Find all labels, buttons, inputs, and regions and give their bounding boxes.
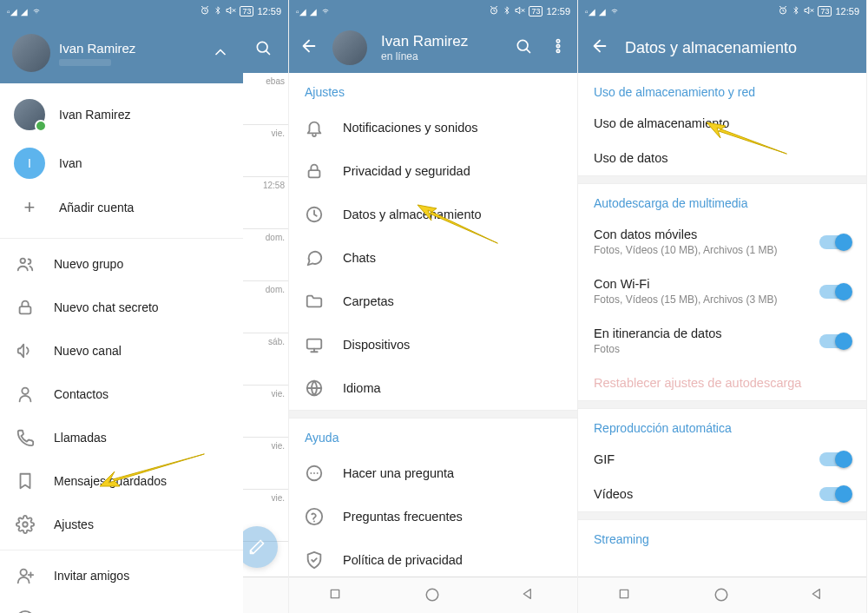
status-bar: ▫◢◢ 7312:59 bbox=[578, 0, 866, 23]
back-icon[interactable] bbox=[590, 36, 609, 59]
menu-label: Nuevo chat secreto bbox=[54, 300, 159, 314]
profile-phone-blurred bbox=[59, 59, 111, 66]
screen-settings: ▫◢◢ 7312:59 Ivan Ramirez en línea Ajuste… bbox=[289, 0, 578, 613]
battery-level: 73 bbox=[240, 6, 253, 16]
item-sub: Fotos bbox=[594, 343, 722, 355]
menu-faq[interactable]: Preguntas frecuentes bbox=[0, 597, 243, 613]
menu-saved[interactable]: Mensajes guardados bbox=[0, 459, 243, 503]
account-item[interactable]: Ivan Ramirez bbox=[0, 90, 243, 139]
nav-recent[interactable] bbox=[328, 587, 345, 604]
search-icon[interactable] bbox=[515, 37, 532, 58]
setting-label: Preguntas frecuentes bbox=[343, 510, 463, 524]
page-title: Datos y almacenamiento bbox=[625, 39, 797, 57]
toggle[interactable] bbox=[819, 334, 851, 348]
menu-calls[interactable]: Llamadas bbox=[0, 416, 243, 459]
profile-status: en línea bbox=[381, 50, 468, 63]
setting-notifications[interactable]: Notificaciones y sonidos bbox=[289, 106, 577, 149]
lock-icon bbox=[305, 161, 324, 181]
svg-point-14 bbox=[556, 49, 559, 52]
toggle[interactable] bbox=[819, 285, 851, 299]
item-mobile-data[interactable]: Con datos móvilesFotos, Vídeos (10 MB), … bbox=[578, 217, 866, 267]
help-icon bbox=[16, 610, 35, 613]
group-icon bbox=[16, 254, 35, 274]
item-roaming[interactable]: En itinerancia de datosFotos bbox=[578, 316, 866, 366]
menu-contacts[interactable]: Contactos bbox=[0, 372, 243, 416]
help-faq[interactable]: Preguntas frecuentes bbox=[289, 495, 577, 538]
nav-home[interactable] bbox=[713, 587, 731, 604]
menu-label: Invitar amigos bbox=[54, 569, 129, 583]
item-wifi[interactable]: Con Wi-FiFotos, Vídeos (15 MB), Archivos… bbox=[578, 267, 866, 316]
nav-bar bbox=[289, 577, 577, 613]
menu-secret-chat[interactable]: Nuevo chat secreto bbox=[0, 286, 243, 329]
drawer-header: Ivan Ramirez bbox=[0, 23, 243, 83]
item-label: Uso de datos bbox=[594, 151, 667, 165]
item-storage-usage[interactable]: Uso de almacenamiento bbox=[578, 106, 866, 141]
item-sub: Fotos, Vídeos (15 MB), Archivos (3 MB) bbox=[594, 293, 777, 306]
setting-label: Datos y almacenamiento bbox=[343, 208, 482, 221]
setting-label: Notificaciones y sonidos bbox=[343, 121, 478, 135]
item-data-usage[interactable]: Uso de datos bbox=[578, 141, 866, 175]
menu-label: Contactos bbox=[54, 387, 108, 401]
add-account-label: Añadir cuenta bbox=[59, 201, 134, 214]
profile-avatar[interactable] bbox=[12, 34, 50, 72]
setting-data-storage[interactable]: Datos y almacenamiento bbox=[289, 193, 577, 236]
plus-icon: + bbox=[14, 196, 45, 219]
accounts-list: Ivan Ramirez I Ivan + Añadir cuenta bbox=[0, 83, 243, 234]
online-badge bbox=[35, 120, 47, 132]
search-icon[interactable] bbox=[254, 39, 272, 56]
screen-data-storage: ▫◢◢ 7312:59 Datos y almacenamiento Uso d… bbox=[578, 0, 867, 613]
toggle[interactable] bbox=[819, 487, 851, 501]
item-label: Restablecer ajustes de autodescarga bbox=[594, 376, 801, 390]
chat-icon bbox=[305, 464, 324, 483]
nav-back[interactable] bbox=[810, 587, 827, 604]
nav-home[interactable] bbox=[424, 587, 442, 604]
toggle[interactable] bbox=[819, 235, 851, 249]
mute-icon bbox=[226, 5, 236, 17]
setting-folders[interactable]: Carpetas bbox=[289, 280, 577, 323]
megaphone-icon bbox=[16, 341, 35, 360]
item-reset: Restablecer ajustes de autodescarga bbox=[578, 366, 866, 400]
chevron-up-icon[interactable] bbox=[212, 43, 229, 64]
svg-point-20 bbox=[310, 472, 312, 474]
item-label: Con Wi-Fi bbox=[594, 277, 777, 291]
menu-invite[interactable]: Invitar amigos bbox=[0, 554, 243, 597]
item-videos[interactable]: Vídeos bbox=[578, 477, 866, 511]
gear-icon bbox=[16, 515, 35, 534]
svg-point-2 bbox=[21, 259, 26, 264]
profile-avatar[interactable] bbox=[332, 30, 367, 65]
help-ask[interactable]: Hacer una pregunta bbox=[289, 452, 577, 495]
drawer-panel: Ivan Ramirez Ivan Ramirez I Ivan + Añadi… bbox=[0, 23, 243, 613]
section-header-ayuda: Ayuda bbox=[289, 419, 577, 452]
account-name: Ivan bbox=[59, 156, 82, 170]
setting-devices[interactable]: Dispositivos bbox=[289, 323, 577, 366]
menu-new-group[interactable]: Nuevo grupo bbox=[0, 242, 243, 286]
setting-privacy[interactable]: Privacidad y seguridad bbox=[289, 149, 577, 193]
item-label: Con datos móviles bbox=[594, 227, 777, 241]
item-gif[interactable]: GIF bbox=[578, 442, 866, 477]
back-icon[interactable] bbox=[299, 36, 319, 59]
setting-chats[interactable]: Chats bbox=[289, 236, 577, 280]
more-icon[interactable] bbox=[549, 37, 567, 58]
bookmark-icon bbox=[16, 471, 35, 491]
account-item[interactable]: I Ivan bbox=[0, 139, 243, 188]
svg-rect-27 bbox=[621, 590, 628, 597]
setting-label: Política de privacidad bbox=[343, 553, 463, 567]
help-privacy[interactable]: Política de privacidad bbox=[289, 538, 577, 582]
menu-settings[interactable]: Ajustes bbox=[0, 503, 243, 546]
item-label: En itinerancia de datos bbox=[594, 326, 722, 340]
svg-rect-17 bbox=[307, 339, 322, 349]
nav-recent[interactable] bbox=[617, 587, 635, 604]
toggle[interactable] bbox=[819, 452, 851, 466]
item-label: GIF bbox=[594, 452, 615, 466]
avatar: I bbox=[14, 148, 45, 179]
settings-appbar: Ivan Ramirez en línea bbox=[289, 23, 577, 73]
status-bar: ▫◢◢ 7312:59 bbox=[289, 0, 577, 23]
svg-rect-15 bbox=[309, 170, 320, 177]
setting-language[interactable]: Idioma bbox=[289, 366, 577, 410]
add-account-item[interactable]: + Añadir cuenta bbox=[0, 188, 243, 227]
setting-label: Hacer una pregunta bbox=[343, 466, 454, 480]
svg-rect-24 bbox=[332, 590, 339, 597]
menu-new-channel[interactable]: Nuevo canal bbox=[0, 329, 243, 372]
nav-back[interactable] bbox=[521, 587, 538, 604]
data-storage-appbar: Datos y almacenamiento bbox=[578, 23, 866, 73]
